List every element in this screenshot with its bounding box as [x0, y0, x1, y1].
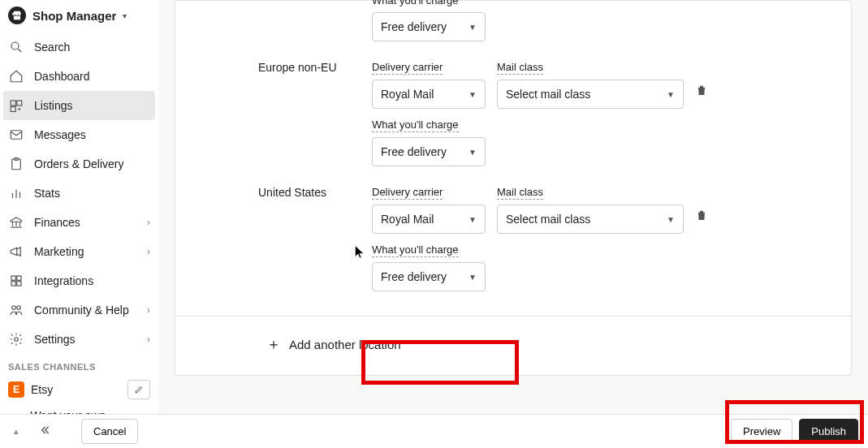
svg-point-21 [17, 306, 21, 310]
sidebar-item-label: Finances [34, 216, 80, 229]
sidebar-item-label: Dashboard [34, 70, 90, 83]
carrier-select[interactable]: Royal Mail ▼ [372, 80, 486, 109]
mailclass-label: Mail class [497, 61, 543, 75]
charge-select[interactable]: Free delivery ▼ [372, 262, 486, 291]
channel-etsy[interactable]: E Etsy [0, 375, 158, 404]
clipboard-icon [8, 156, 24, 172]
select-value: Free delivery [381, 20, 447, 33]
add-location-label: Add another location [289, 338, 401, 351]
region-title: Europe non-EU [258, 61, 337, 74]
chevron-right-icon: › [147, 304, 150, 316]
collapse-sidebar-button[interactable] [32, 424, 57, 440]
chevron-down-icon: ▼ [469, 273, 477, 282]
mailclass-select[interactable]: Select mail class ▼ [497, 205, 684, 234]
search-icon [8, 39, 24, 55]
stats-icon [8, 185, 24, 201]
sidebar-item-search[interactable]: Search [0, 32, 158, 62]
charge-select[interactable]: Free delivery ▼ [372, 137, 486, 166]
charge-select[interactable]: Free delivery ▼ [372, 12, 486, 41]
channel-label: Etsy [31, 383, 53, 396]
carrier-select[interactable]: Royal Mail ▼ [372, 205, 486, 234]
sidebar-item-label: Community & Help [34, 304, 129, 317]
svg-point-20 [12, 306, 16, 310]
carrier-label: Delivery carrier [372, 61, 443, 75]
select-value: Free delivery [381, 270, 447, 283]
plus-icon: ＋ [266, 334, 281, 354]
sidebar-item-label: Stats [34, 187, 60, 200]
chevron-down-icon: ▼ [469, 148, 477, 157]
svg-rect-16 [11, 276, 15, 280]
sidebar-item-finances[interactable]: Finances › [0, 208, 158, 237]
charge-label: What you'll charge [372, 118, 459, 132]
chevron-down-icon: ▼ [469, 23, 477, 32]
sidebar-item-messages[interactable]: Messages [0, 120, 158, 149]
delete-region-button[interactable] [695, 84, 711, 100]
svg-rect-18 [11, 282, 15, 286]
chevron-right-icon: › [147, 334, 150, 345]
svg-line-1 [18, 49, 21, 52]
chevron-down-icon: ▼ [667, 215, 675, 224]
select-value: Select mail class [506, 88, 590, 101]
grid-icon [8, 273, 24, 289]
chevron-right-icon: › [147, 217, 150, 228]
main-content: What you'll charge Free delivery ▼ Europ… [158, 0, 868, 414]
delete-region-button[interactable] [695, 209, 711, 225]
select-value: Free delivery [381, 145, 447, 158]
bottom-bar: ▴ Cancel Preview Publish [0, 414, 868, 448]
caret-up-icon[interactable]: ▴ [0, 426, 32, 437]
shop-icon [8, 6, 26, 24]
add-location-button[interactable]: ＋ Add another location [258, 330, 409, 359]
svg-point-22 [15, 338, 19, 342]
svg-rect-6 [11, 131, 22, 140]
shop-manager-header[interactable]: Shop Manager ▾ [0, 0, 158, 32]
gear-icon [8, 331, 24, 347]
region-title: United States [258, 186, 326, 199]
select-value: Royal Mail [381, 88, 434, 101]
chevron-down-icon: ▼ [469, 90, 477, 99]
sidebar-item-dashboard[interactable]: Dashboard [0, 62, 158, 91]
mailclass-select[interactable]: Select mail class ▼ [497, 80, 684, 109]
chevron-down-icon: ▼ [469, 215, 477, 224]
sidebar-item-label: Listings [34, 99, 72, 112]
sidebar-item-integrations[interactable]: Integrations [0, 266, 158, 295]
svg-rect-19 [17, 282, 21, 286]
select-value: Royal Mail [381, 213, 434, 226]
sidebar-item-stats[interactable]: Stats [0, 179, 158, 208]
charge-label: What you'll charge [372, 243, 459, 257]
bank-icon [8, 214, 24, 230]
svg-rect-3 [17, 101, 22, 106]
sidebar-item-community[interactable]: Community & Help › [0, 295, 158, 325]
charge-label: What you'll charge [372, 0, 459, 7]
svg-rect-17 [17, 276, 21, 280]
sidebar-item-label: Orders & Delivery [34, 157, 123, 170]
svg-rect-2 [11, 101, 15, 106]
people-icon [8, 302, 24, 318]
sidebar-item-label: Settings [34, 333, 76, 346]
select-value: Select mail class [506, 213, 590, 226]
svg-point-0 [11, 42, 19, 50]
sidebar-item-label: Messages [34, 128, 86, 141]
publish-button[interactable]: Publish [799, 419, 858, 444]
sidebar-item-label: Marketing [34, 245, 84, 258]
sidebar-item-label: Integrations [34, 274, 93, 287]
chevron-down-icon: ▾ [123, 11, 127, 20]
header-title: Shop Manager [32, 9, 116, 23]
sidebar: Shop Manager ▾ Search Dashboard Listings… [0, 0, 158, 414]
preview-button[interactable]: Preview [731, 419, 792, 444]
mailclass-label: Mail class [497, 186, 543, 200]
listings-icon [8, 97, 24, 114]
sidebar-item-listings[interactable]: Listings [3, 91, 155, 120]
carrier-label: Delivery carrier [372, 186, 443, 200]
etsy-badge: E [8, 381, 24, 398]
cancel-button[interactable]: Cancel [81, 419, 138, 444]
channel-pattern[interactable]: P Want your own website? Learn more abou… [0, 404, 158, 414]
edit-button[interactable] [127, 380, 150, 399]
svg-point-5 [19, 109, 20, 110]
sidebar-item-marketing[interactable]: Marketing › [0, 237, 158, 266]
sidebar-item-settings[interactable]: Settings › [0, 325, 158, 354]
svg-rect-4 [11, 107, 15, 112]
sidebar-item-orders[interactable]: Orders & Delivery [0, 149, 158, 179]
sidebar-item-label: Search [34, 41, 70, 54]
chevron-down-icon: ▼ [667, 90, 675, 99]
megaphone-icon [8, 243, 24, 260]
